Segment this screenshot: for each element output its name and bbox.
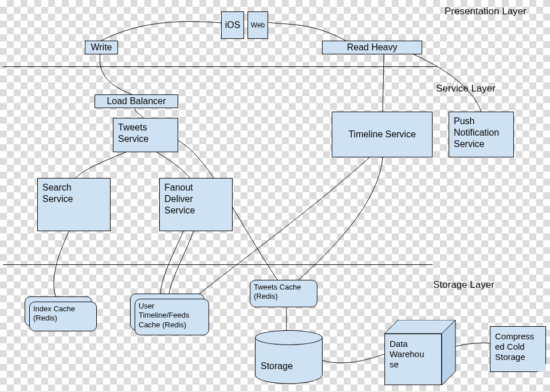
node-ios: iOS	[221, 11, 244, 39]
layer-label-service: Service Layer	[436, 83, 496, 94]
node-storage-label: Storage	[261, 361, 293, 371]
divider-service-storage	[3, 264, 433, 265]
layer-label-presentation: Presentation Layer	[445, 6, 527, 17]
node-load-balancer: Load Balancer	[95, 94, 178, 108]
node-search-service: Search Service	[37, 178, 111, 231]
node-web: Web	[247, 11, 268, 39]
node-push-notification-service: Push Notification Service	[449, 112, 514, 157]
node-write: Write	[85, 41, 118, 54]
node-data-warehouse: Data Warehou se	[384, 320, 457, 386]
node-tweets-service: Tweets Service	[113, 118, 178, 152]
node-read-heavy: Read Heavy	[322, 41, 422, 54]
node-timeline-service: Timeline Service	[332, 112, 433, 157]
node-compressed-cold-storage: Compress ed Cold Storage	[490, 326, 546, 372]
node-index-cache: Index Cache (Redis)	[29, 302, 97, 331]
node-user-timeline-cache: User Timeline/Feeds Cache (Redis)	[135, 299, 209, 335]
layer-label-storage: Storage Layer	[433, 279, 494, 291]
node-fanout-deliver-service: Fanout Deliver Service	[159, 178, 233, 231]
diagram-canvas: Presentation Layer Service Layer Storage…	[0, 0, 550, 392]
divider-presentation-service	[3, 66, 437, 67]
node-storage: Storage	[255, 330, 323, 384]
node-tweets-cache: Tweets Cache (Redis)	[250, 280, 317, 307]
node-data-warehouse-label: Data Warehou se	[384, 334, 442, 385]
